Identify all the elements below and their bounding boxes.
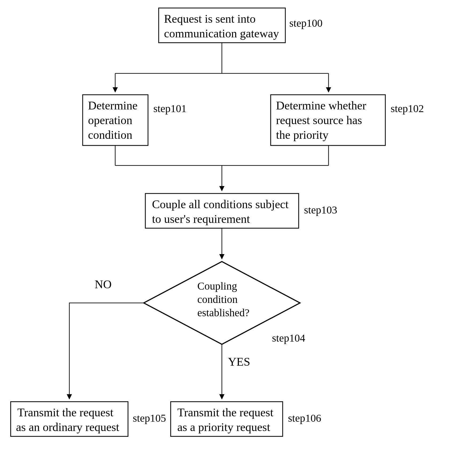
node-step100: Request is sent into communication gatew… <box>159 8 285 43</box>
node-step103: Couple all conditions subject to user's … <box>145 193 299 228</box>
step102-line3: the priority <box>276 128 329 141</box>
node-step102: Determine whether request source has the… <box>271 95 385 145</box>
step105-line1: Transmit the request <box>17 406 113 419</box>
node-step105: Transmit the request as an ordinary requ… <box>11 402 128 436</box>
step104-label: step104 <box>272 332 305 344</box>
step101-line1: Determine <box>88 99 138 112</box>
step101-label: step101 <box>153 102 186 114</box>
step106-line1: Transmit the request <box>177 406 273 419</box>
step102-label: step102 <box>391 102 424 114</box>
node-step101: Determine operation condition <box>83 95 148 145</box>
edge-no <box>69 303 144 399</box>
step104-line1: Coupling <box>197 280 237 292</box>
flowchart-canvas: Request is sent into communication gatew… <box>0 0 476 470</box>
step104-line3: established? <box>197 307 250 319</box>
step101-line2: operation <box>88 114 132 127</box>
node-step106: Transmit the request as a priority reque… <box>171 402 283 436</box>
step102-line1: Determine whether <box>276 99 366 112</box>
step103-label: step103 <box>304 204 337 216</box>
step101-line3: condition <box>88 128 132 141</box>
step106-label: step106 <box>288 412 321 424</box>
step105-line2: as an ordinary request <box>16 421 119 434</box>
step105-label: step105 <box>133 412 166 424</box>
step106-line2: as a priority request <box>177 421 270 434</box>
step102-line2: request source has <box>276 114 362 127</box>
step103-line2: to user's requirement <box>152 212 250 226</box>
edge-yes-label: YES <box>228 355 250 368</box>
step100-label: step100 <box>289 17 322 29</box>
step103-line1: Couple all conditions subject <box>152 198 289 211</box>
step100-line2: communication gateway <box>164 27 279 40</box>
step100-line1: Request is sent into <box>164 12 255 25</box>
edge-no-label: NO <box>95 278 112 291</box>
step104-line2: condition <box>197 293 238 305</box>
